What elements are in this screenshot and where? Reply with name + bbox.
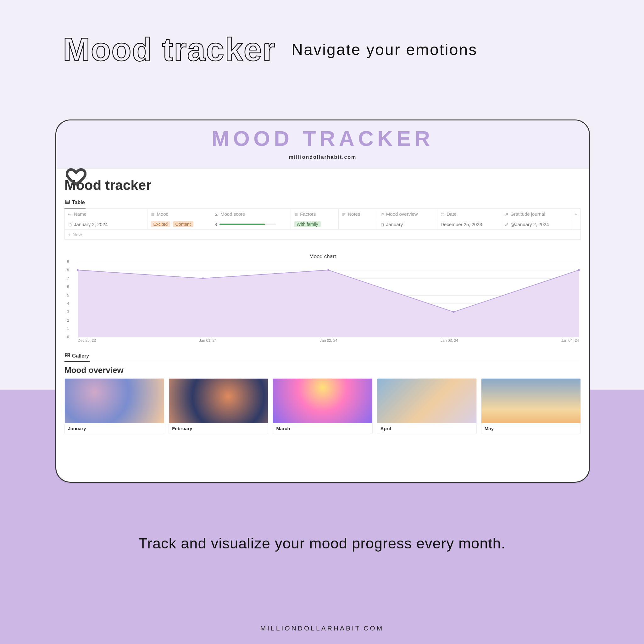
col-overview-label: Mood overview	[386, 211, 418, 217]
gallery-label: February	[169, 423, 268, 434]
cell-score-value: 8	[214, 222, 217, 227]
calendar-icon	[441, 212, 445, 216]
svg-rect-0	[65, 200, 69, 203]
list-icon	[151, 212, 155, 216]
gallery-thumb	[169, 379, 268, 423]
col-name-label: Name	[74, 211, 86, 217]
gallery-label: May	[481, 423, 580, 434]
mood-gallery: January February March April May	[56, 378, 589, 442]
gallery-card[interactable]: January	[64, 378, 164, 434]
col-date-label: Date	[447, 211, 457, 217]
svg-rect-24	[68, 355, 69, 357]
svg-point-20	[578, 269, 580, 271]
add-column-button[interactable]: +	[571, 209, 580, 219]
heart-icon	[66, 166, 86, 187]
cell-gratitude[interactable]: @January 2, 2024	[510, 222, 549, 227]
page-icon	[380, 222, 384, 226]
gallery-thumb	[377, 379, 476, 423]
page-icon	[68, 222, 72, 226]
text-icon: Aa	[68, 212, 72, 216]
sigma-icon	[214, 212, 219, 216]
gallery-card[interactable]: March	[273, 378, 372, 434]
chart-x-label: Dec 25, 23	[78, 338, 96, 343]
notes-icon	[342, 212, 346, 216]
mood-table: AaName Mood Mood score Factors Notes Moo…	[64, 209, 581, 240]
tab-table-label: Table	[72, 200, 85, 205]
col-mood[interactable]: Mood	[147, 209, 211, 219]
tab-gallery-label: Gallery	[72, 353, 89, 359]
new-row-label: New	[73, 232, 82, 237]
gallery-thumb	[481, 379, 580, 423]
arrow-up-right-icon	[380, 212, 384, 216]
mood-tag[interactable]: Excited	[151, 221, 170, 227]
svg-rect-21	[65, 353, 67, 355]
list-icon	[294, 212, 298, 216]
svg-point-17	[202, 277, 204, 279]
mood-chart: 0123456789	[78, 262, 579, 337]
chart-title: Mood chart	[64, 253, 581, 260]
page-title: Mood tracker	[64, 177, 581, 193]
table-row[interactable]: January 2, 2024 Excited Content 8 With f…	[65, 219, 581, 230]
arrow-up-right-icon	[504, 212, 508, 216]
col-score-label: Mood score	[220, 211, 245, 217]
chart-x-label: Jan 04, 24	[561, 338, 579, 343]
gallery-label: March	[273, 423, 372, 434]
score-bar	[219, 224, 276, 225]
brand-title: MOOD TRACKER	[56, 126, 589, 151]
svg-rect-22	[68, 353, 69, 355]
svg-rect-23	[65, 355, 67, 357]
gallery-label: January	[65, 423, 164, 434]
col-notes-label: Notes	[348, 211, 360, 217]
gallery-card[interactable]: May	[481, 378, 581, 434]
gallery-card[interactable]: February	[169, 378, 268, 434]
chart-x-label: Jan 03, 24	[441, 338, 458, 343]
cell-date: December 25, 2023	[441, 222, 482, 227]
col-gratitude-label: Gratitude journal	[510, 211, 545, 217]
gallery-thumb	[65, 379, 164, 423]
gallery-label: April	[377, 423, 476, 434]
col-gratitude[interactable]: Gratitude journal	[501, 209, 571, 219]
col-score[interactable]: Mood score	[211, 209, 291, 219]
app-header: MOOD TRACKER milliondollarhabit.com	[56, 120, 589, 169]
hero-title: Mood tracker	[63, 31, 276, 68]
gallery-thumb	[273, 379, 372, 423]
pencil-icon	[504, 222, 508, 226]
cell-overview[interactable]: January	[386, 222, 403, 227]
tab-table[interactable]: Table	[64, 197, 86, 208]
hero-subtitle: Navigate your emotions	[291, 41, 477, 59]
gallery-card[interactable]: April	[377, 378, 477, 434]
svg-text:Aa: Aa	[68, 213, 71, 216]
cell-name: January 2, 2024	[74, 222, 108, 227]
chart-x-label: Jan 02, 24	[320, 338, 337, 343]
footer-site: MILLIONDOLLARHABIT.COM	[0, 625, 644, 632]
col-factors-label: Factors	[300, 211, 316, 217]
col-factors[interactable]: Factors	[291, 209, 339, 219]
table-header-row: AaName Mood Mood score Factors Notes Moo…	[65, 209, 581, 219]
tab-gallery[interactable]: Gallery	[64, 351, 90, 362]
gallery-icon	[65, 353, 70, 359]
chart-x-label: Jan 01, 24	[199, 338, 217, 343]
svg-rect-14	[441, 213, 444, 216]
mood-tag[interactable]: Content	[173, 221, 193, 227]
svg-point-16	[77, 269, 79, 271]
tagline: Track and visualize your mood progress e…	[0, 535, 644, 552]
table-icon	[65, 199, 70, 205]
col-mood-label: Mood	[157, 211, 169, 217]
col-notes[interactable]: Notes	[339, 209, 377, 219]
new-row-button[interactable]: +New	[65, 230, 581, 240]
col-date[interactable]: Date	[437, 209, 501, 219]
svg-point-18	[327, 269, 329, 271]
col-overview[interactable]: Mood overview	[377, 209, 437, 219]
factor-tag[interactable]: With family	[294, 221, 320, 227]
app-window: MOOD TRACKER milliondollarhabit.com Mood…	[55, 119, 590, 483]
svg-point-19	[453, 311, 455, 313]
mood-overview-title: Mood overview	[64, 365, 581, 375]
col-name[interactable]: AaName	[65, 209, 147, 219]
brand-site: milliondollarhabit.com	[56, 154, 589, 160]
